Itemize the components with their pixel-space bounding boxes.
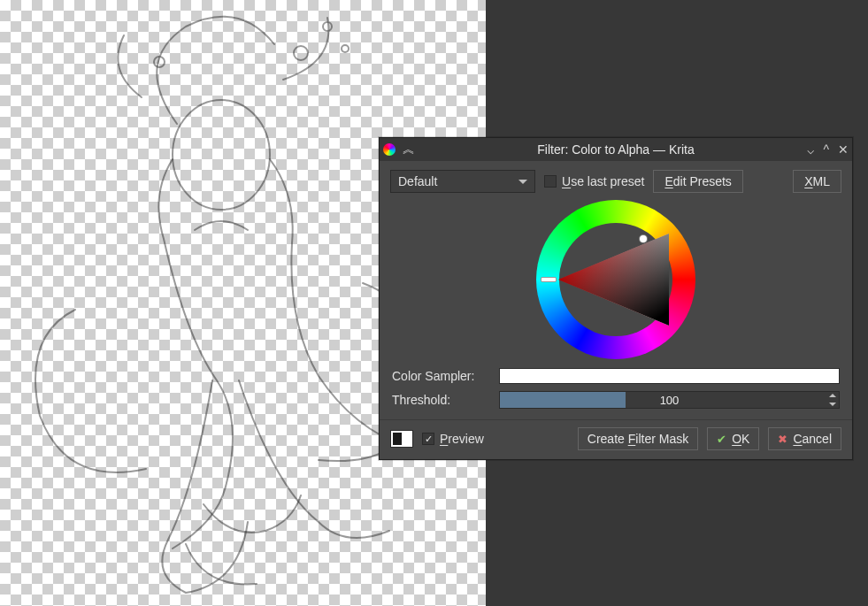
- svg-point-0: [173, 100, 270, 210]
- edit-presets-button[interactable]: Edit Presets: [653, 170, 742, 193]
- filter-dialog: ︽ Filter: Color to Alpha — Krita ⌵ ^ ✕ D…: [379, 137, 853, 460]
- shade-icon[interactable]: ︽: [403, 142, 415, 157]
- check-icon: ✔: [717, 433, 726, 446]
- color-sampler-swatch[interactable]: [499, 368, 840, 384]
- hue-marker[interactable]: [541, 277, 557, 282]
- dialog-titlebar[interactable]: ︽ Filter: Color to Alpha — Krita ⌵ ^ ✕: [380, 138, 852, 161]
- threshold-slider[interactable]: 100: [499, 391, 840, 409]
- create-filter-mask-button[interactable]: Create Filter Mask: [578, 427, 698, 450]
- preview-checkbox[interactable]: ✓ Preview: [422, 432, 484, 446]
- color-sampler-label: Color Sampler:: [392, 369, 494, 383]
- krita-app-icon: [383, 143, 396, 156]
- xml-button[interactable]: XML: [793, 170, 841, 193]
- svg-point-2: [294, 46, 308, 60]
- chevron-down-icon: [518, 180, 527, 184]
- swatch-inner: [393, 433, 402, 445]
- x-icon: ✖: [778, 433, 787, 446]
- sv-triangle[interactable]: [558, 230, 673, 329]
- cancel-button[interactable]: ✖ Cancel: [768, 427, 841, 450]
- preset-combo-value: Default: [398, 174, 437, 188]
- close-icon[interactable]: ✕: [838, 142, 849, 157]
- use-last-preset-checkbox[interactable]: Use last preset: [544, 174, 644, 188]
- maximize-icon[interactable]: ^: [823, 142, 829, 157]
- source-color-swatch[interactable]: [390, 430, 413, 448]
- threshold-step-down[interactable]: [829, 403, 836, 406]
- threshold-step-up[interactable]: [829, 394, 836, 397]
- checkbox-box: ✓: [422, 433, 434, 445]
- svg-point-4: [342, 45, 349, 52]
- collapse-icon[interactable]: ⌵: [807, 142, 814, 157]
- sv-marker[interactable]: [639, 234, 648, 243]
- color-picker[interactable]: [390, 200, 841, 359]
- dialog-title: Filter: Color to Alpha — Krita: [380, 142, 852, 157]
- ok-button[interactable]: ✔ OK: [707, 427, 759, 450]
- preset-combo[interactable]: Default: [390, 170, 535, 193]
- hue-ring[interactable]: [536, 200, 695, 359]
- use-last-preset-label: Use last preset: [562, 174, 644, 188]
- threshold-label: Threshold:: [392, 393, 494, 407]
- svg-marker-6: [558, 234, 669, 326]
- svg-point-3: [323, 22, 332, 31]
- threshold-value: 100: [500, 394, 839, 407]
- checkbox-box: [544, 175, 557, 188]
- preview-label: Preview: [440, 432, 484, 446]
